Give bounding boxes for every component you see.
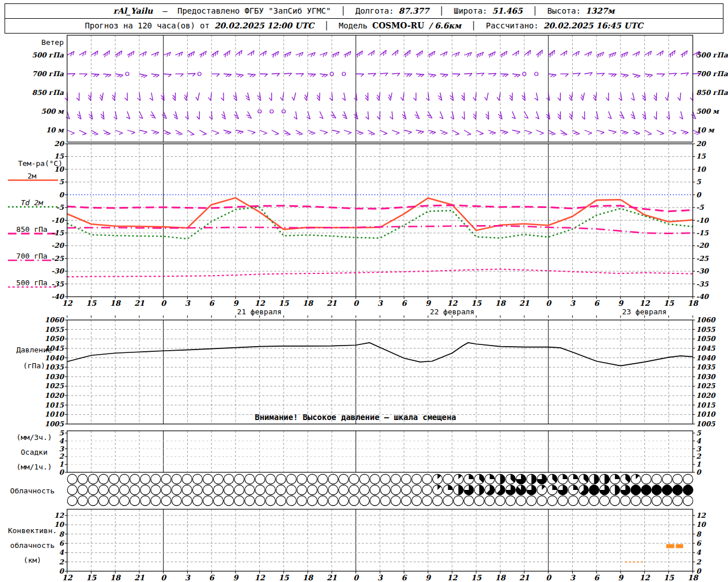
wind-barb-feather — [336, 132, 340, 134]
altitude-label: Высота: — [547, 6, 581, 15]
temp-tick-label-right: -5 — [696, 203, 704, 211]
cloud-cover-circle — [224, 485, 234, 494]
pressure-tick-label-right: 1005 — [696, 420, 715, 428]
wind-barb-feather — [413, 98, 416, 101]
cloud-cover-circle — [140, 496, 150, 505]
wind-barb-feather — [180, 74, 183, 77]
wind-barb-feather — [284, 133, 288, 134]
wind-barb-staff — [644, 130, 651, 134]
wind-barb-feather — [389, 94, 391, 98]
cloud-cover-circle — [172, 496, 181, 505]
wind-barb-feather — [581, 94, 584, 98]
longitude-label: Долгота: — [355, 6, 394, 15]
wind-barb-feather — [176, 133, 180, 134]
wind-barb-feather — [208, 97, 210, 101]
cloud-cover-circle — [370, 474, 380, 484]
cloud-cover-circle — [245, 474, 254, 484]
time-tick-label-top: 3 — [570, 299, 576, 307]
wind-barb-feather — [569, 97, 572, 101]
cloud-cover-circle — [537, 496, 547, 505]
wind-barb-feather — [76, 98, 79, 101]
wind-barb-feather — [473, 97, 475, 101]
pressure-tick-label-right: 1015 — [696, 401, 715, 409]
wind-barb-feather — [467, 134, 471, 135]
wind-barb-feather — [196, 97, 198, 101]
cloud-cover-circle — [548, 496, 557, 505]
wind-barb-feather — [634, 132, 638, 134]
pressure-tick-label-left: 1015 — [45, 401, 64, 409]
cloud-cover-circle — [276, 496, 286, 505]
wind-barb-feather — [649, 75, 652, 77]
wind-barb-feather — [304, 97, 307, 101]
cloud-cover-circle — [130, 485, 140, 494]
precip-tick-label-right: 3 — [696, 445, 702, 453]
convective-tick-label-right: 12 — [696, 512, 706, 519]
wind-barb-staff — [548, 74, 556, 74]
cloud-cover-circle — [328, 485, 338, 494]
precip-tick-label-right: 5 — [696, 429, 701, 437]
temp-tick-label-right: -10 — [696, 217, 709, 225]
precip-tick-label-right: 4 — [696, 437, 701, 445]
cloud-cover-circle — [224, 496, 234, 505]
wind-barb-feather — [565, 74, 568, 77]
wind-barb-staff — [536, 130, 544, 133]
wind-barb-staff — [644, 74, 652, 75]
wind-barb-feather — [153, 132, 156, 134]
time-tick-label-bottom: 0 — [546, 573, 552, 582]
cloud-cover-circle — [359, 474, 369, 484]
wind-barb-staff — [294, 93, 296, 101]
wind-barb-staff — [657, 130, 664, 134]
cloud-cover-circle — [318, 485, 328, 494]
temp-tick-label-right: -30 — [696, 267, 709, 275]
wind-barb-staff — [163, 74, 171, 74]
cloud-cover-fill — [642, 485, 651, 494]
wind-barb-staff — [597, 73, 605, 74]
wind-barb-staff — [416, 130, 424, 132]
wind-barb-staff — [67, 130, 75, 133]
wind-barb-feather — [503, 74, 506, 77]
cloud-cover-fill — [573, 474, 578, 479]
cloud-cover-circle — [516, 496, 526, 505]
wind-barb-staff — [548, 50, 555, 55]
wind-barb-feather — [238, 74, 241, 77]
cloud-cover-circle — [642, 474, 651, 484]
cloud-cover-fill — [615, 474, 620, 479]
cloud-cover-circle — [464, 496, 474, 505]
wind-barb-staff — [188, 130, 195, 135]
cloud-cover-circle — [88, 496, 98, 505]
wind-barb-feather — [88, 97, 90, 100]
cloud-cover-circle — [506, 496, 515, 505]
time-tick-label-bottom: 21 — [134, 573, 144, 582]
pressure-curve — [67, 343, 693, 366]
wind-barb-staff — [464, 111, 465, 119]
time-tick-label-top: 18 — [303, 299, 314, 307]
cloud-cover-circle — [652, 496, 661, 505]
pressure-tick-label-right: 1010 — [696, 410, 716, 418]
wind-barb-staff — [440, 74, 448, 74]
wind-barb-feather — [324, 132, 327, 134]
cloud-cover-circle — [422, 496, 432, 505]
cloud-cover-circle — [402, 474, 411, 484]
wind-barb-feather — [92, 133, 96, 134]
time-tick-label-bottom: 3 — [185, 573, 191, 582]
wind-barb-staff — [380, 50, 386, 55]
wind-barb-feather — [660, 134, 664, 135]
cloud-cover-circle — [359, 485, 369, 494]
wind-barb-feather — [305, 95, 307, 98]
time-tick-label-bottom: 12 — [639, 573, 650, 582]
wind-barb-staff — [368, 51, 374, 55]
time-tick-label-top: 3 — [377, 299, 383, 307]
time-tick-label-bottom: 0 — [353, 573, 359, 582]
wind-barb-feather — [253, 74, 256, 77]
wind-barb-staff — [572, 73, 580, 74]
wind-barb-staff — [512, 74, 520, 75]
wind-barb-feather — [275, 134, 279, 135]
wind-barb-feather — [280, 97, 283, 101]
wind-barb-staff — [392, 50, 398, 55]
wind-barb-feather — [396, 133, 399, 135]
wind-barb-staff — [476, 73, 484, 74]
temp-tick-label-left: -40 — [51, 293, 64, 301]
precip-tick-label-right: 2 — [696, 452, 702, 460]
convective-tick-label-left: 12 — [54, 512, 64, 519]
precip-panel-title: Осадки — [5, 448, 64, 456]
